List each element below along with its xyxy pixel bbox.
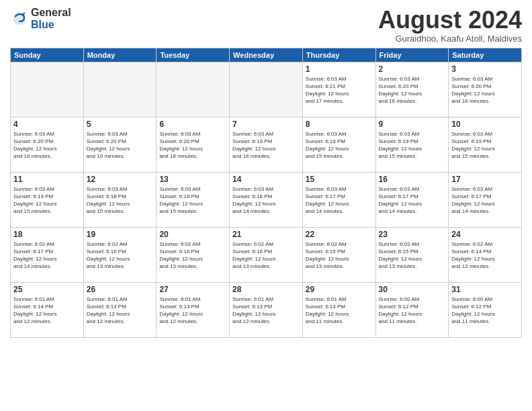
day-number: 7 xyxy=(232,120,300,129)
table-row: 23Sunrise: 6:02 AM Sunset: 6:15 PM Dayli… xyxy=(375,227,449,282)
day-number: 4 xyxy=(13,120,81,129)
page: General Blue August 2024 Guraidhoo, Kaaf… xyxy=(0,0,532,411)
day-number: 2 xyxy=(379,64,446,74)
table-row: 26Sunrise: 6:01 AM Sunset: 6:14 PM Dayli… xyxy=(83,282,157,337)
day-number: 13 xyxy=(159,175,226,184)
table-row: 7Sunrise: 6:03 AM Sunset: 6:19 PM Daylig… xyxy=(230,117,303,172)
header-saturday: Saturday xyxy=(449,48,522,62)
day-info: Sunrise: 6:02 AM Sunset: 6:16 PM Dayligh… xyxy=(159,240,226,271)
day-info: Sunrise: 6:02 AM Sunset: 6:15 PM Dayligh… xyxy=(379,240,446,271)
day-info: Sunrise: 6:03 AM Sunset: 6:20 PM Dayligh… xyxy=(379,75,446,105)
table-row: 13Sunrise: 6:03 AM Sunset: 6:18 PM Dayli… xyxy=(157,172,230,227)
day-number: 28 xyxy=(232,285,300,294)
header-wednesday: Wednesday xyxy=(230,48,303,62)
title-block: August 2024 Guraidhoo, Kaafu Atoll, Mald… xyxy=(378,7,522,44)
header-sunday: Sunday xyxy=(11,48,84,62)
week-row-2: 4Sunrise: 6:03 AM Sunset: 6:20 PM Daylig… xyxy=(11,117,522,172)
day-info: Sunrise: 6:03 AM Sunset: 6:19 PM Dayligh… xyxy=(13,185,81,216)
table-row: 11Sunrise: 6:03 AM Sunset: 6:19 PM Dayli… xyxy=(11,172,84,227)
day-info: Sunrise: 6:02 AM Sunset: 6:17 PM Dayligh… xyxy=(13,240,81,271)
day-info: Sunrise: 6:03 AM Sunset: 6:20 PM Dayligh… xyxy=(13,130,81,161)
day-number: 8 xyxy=(306,120,373,129)
calendar: Sunday Monday Tuesday Wednesday Thursday… xyxy=(10,48,522,338)
header: General Blue August 2024 Guraidhoo, Kaaf… xyxy=(10,7,522,44)
day-info: Sunrise: 6:03 AM Sunset: 6:19 PM Dayligh… xyxy=(379,130,446,161)
day-info: Sunrise: 6:03 AM Sunset: 6:20 PM Dayligh… xyxy=(159,130,226,161)
table-row: 30Sunrise: 6:00 AM Sunset: 6:12 PM Dayli… xyxy=(375,282,449,337)
week-row-4: 18Sunrise: 6:02 AM Sunset: 6:17 PM Dayli… xyxy=(11,227,522,282)
table-row: 9Sunrise: 6:03 AM Sunset: 6:19 PM Daylig… xyxy=(375,117,449,172)
day-info: Sunrise: 6:03 AM Sunset: 6:17 PM Dayligh… xyxy=(379,185,446,216)
day-info: Sunrise: 6:00 AM Sunset: 6:12 PM Dayligh… xyxy=(379,295,446,326)
header-tuesday: Tuesday xyxy=(157,48,230,62)
day-number: 1 xyxy=(306,64,373,74)
day-number: 27 xyxy=(159,285,226,294)
day-info: Sunrise: 6:03 AM Sunset: 6:21 PM Dayligh… xyxy=(306,75,373,105)
table-row xyxy=(157,62,230,117)
table-row: 5Sunrise: 6:03 AM Sunset: 6:20 PM Daylig… xyxy=(83,117,157,172)
table-row: 25Sunrise: 6:01 AM Sunset: 6:14 PM Dayli… xyxy=(11,282,84,337)
day-number: 15 xyxy=(306,175,373,184)
day-info: Sunrise: 6:03 AM Sunset: 6:18 PM Dayligh… xyxy=(159,185,226,216)
day-number: 19 xyxy=(87,230,154,239)
table-row xyxy=(83,62,157,117)
table-row: 6Sunrise: 6:03 AM Sunset: 6:20 PM Daylig… xyxy=(157,117,230,172)
table-row: 28Sunrise: 6:01 AM Sunset: 6:13 PM Dayli… xyxy=(230,282,303,337)
logo: General Blue xyxy=(10,7,71,30)
day-number: 26 xyxy=(87,285,154,294)
table-row: 24Sunrise: 6:02 AM Sunset: 6:14 PM Dayli… xyxy=(449,227,522,282)
subtitle: Guraidhoo, Kaafu Atoll, Maldives xyxy=(378,34,522,44)
table-row: 16Sunrise: 6:03 AM Sunset: 6:17 PM Dayli… xyxy=(375,172,449,227)
day-info: Sunrise: 6:02 AM Sunset: 6:16 PM Dayligh… xyxy=(232,240,300,271)
table-row: 4Sunrise: 6:03 AM Sunset: 6:20 PM Daylig… xyxy=(11,117,84,172)
week-row-3: 11Sunrise: 6:03 AM Sunset: 6:19 PM Dayli… xyxy=(11,172,522,227)
day-number: 12 xyxy=(87,175,154,184)
day-number: 30 xyxy=(379,285,446,294)
table-row: 2Sunrise: 6:03 AM Sunset: 6:20 PM Daylig… xyxy=(375,62,449,117)
header-thursday: Thursday xyxy=(302,48,375,62)
day-info: Sunrise: 6:02 AM Sunset: 6:14 PM Dayligh… xyxy=(451,240,519,271)
table-row xyxy=(230,62,303,117)
day-info: Sunrise: 6:01 AM Sunset: 6:13 PM Dayligh… xyxy=(306,295,373,326)
day-info: Sunrise: 6:03 AM Sunset: 6:19 PM Dayligh… xyxy=(232,130,300,161)
day-number: 16 xyxy=(379,175,446,184)
header-monday: Monday xyxy=(83,48,157,62)
table-row: 18Sunrise: 6:02 AM Sunset: 6:17 PM Dayli… xyxy=(11,227,84,282)
table-row: 3Sunrise: 6:03 AM Sunset: 6:20 PM Daylig… xyxy=(449,62,522,117)
day-info: Sunrise: 6:01 AM Sunset: 6:14 PM Dayligh… xyxy=(87,295,154,326)
day-number: 6 xyxy=(159,120,226,129)
day-number: 21 xyxy=(232,230,300,239)
day-info: Sunrise: 6:01 AM Sunset: 6:13 PM Dayligh… xyxy=(232,295,300,326)
day-number: 5 xyxy=(87,120,154,129)
day-info: Sunrise: 6:03 AM Sunset: 6:19 PM Dayligh… xyxy=(306,130,373,161)
day-number: 29 xyxy=(306,285,373,294)
table-row: 10Sunrise: 6:03 AM Sunset: 6:19 PM Dayli… xyxy=(449,117,522,172)
table-row: 22Sunrise: 6:02 AM Sunset: 6:15 PM Dayli… xyxy=(302,227,375,282)
table-row: 29Sunrise: 6:01 AM Sunset: 6:13 PM Dayli… xyxy=(302,282,375,337)
month-title: August 2024 xyxy=(378,7,522,34)
day-number: 22 xyxy=(306,230,373,239)
table-row: 19Sunrise: 6:02 AM Sunset: 6:16 PM Dayli… xyxy=(83,227,157,282)
day-number: 18 xyxy=(13,230,81,239)
day-info: Sunrise: 6:01 AM Sunset: 6:14 PM Dayligh… xyxy=(13,295,81,326)
table-row: 1Sunrise: 6:03 AM Sunset: 6:21 PM Daylig… xyxy=(302,62,375,117)
table-row: 12Sunrise: 6:03 AM Sunset: 6:18 PM Dayli… xyxy=(83,172,157,227)
day-number: 25 xyxy=(13,285,81,294)
table-row: 27Sunrise: 6:01 AM Sunset: 6:13 PM Dayli… xyxy=(157,282,230,337)
day-info: Sunrise: 6:02 AM Sunset: 6:16 PM Dayligh… xyxy=(87,240,154,271)
table-row: 14Sunrise: 6:03 AM Sunset: 6:18 PM Dayli… xyxy=(230,172,303,227)
day-number: 10 xyxy=(451,120,519,129)
day-info: Sunrise: 6:03 AM Sunset: 6:18 PM Dayligh… xyxy=(232,185,300,216)
table-row: 17Sunrise: 6:03 AM Sunset: 6:17 PM Dayli… xyxy=(449,172,522,227)
logo-text: General Blue xyxy=(31,7,71,30)
table-row: 20Sunrise: 6:02 AM Sunset: 6:16 PM Dayli… xyxy=(157,227,230,282)
day-info: Sunrise: 6:00 AM Sunset: 6:12 PM Dayligh… xyxy=(451,295,519,326)
logo-general: General xyxy=(31,7,71,19)
table-row: 31Sunrise: 6:00 AM Sunset: 6:12 PM Dayli… xyxy=(449,282,522,337)
day-number: 17 xyxy=(451,175,519,184)
week-row-1: 1Sunrise: 6:03 AM Sunset: 6:21 PM Daylig… xyxy=(11,62,522,117)
header-friday: Friday xyxy=(375,48,449,62)
day-number: 31 xyxy=(451,285,519,294)
day-info: Sunrise: 6:03 AM Sunset: 6:18 PM Dayligh… xyxy=(87,185,154,216)
day-info: Sunrise: 6:02 AM Sunset: 6:15 PM Dayligh… xyxy=(306,240,373,271)
